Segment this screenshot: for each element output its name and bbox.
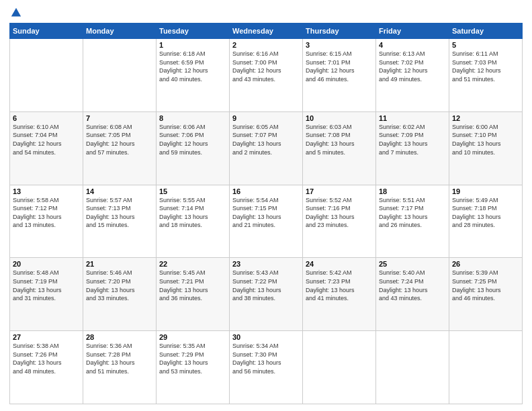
calendar-cell: 29Sunrise: 5:35 AMSunset: 7:29 PMDayligh…: [157, 331, 230, 404]
calendar-cell: 28Sunrise: 5:36 AMSunset: 7:28 PMDayligh…: [83, 331, 157, 404]
calendar-cell: 27Sunrise: 5:38 AMSunset: 7:26 PMDayligh…: [10, 331, 83, 404]
weekday-header: Saturday: [449, 24, 523, 39]
day-number: 8: [159, 114, 226, 122]
day-info: Sunrise: 5:36 AMSunset: 7:28 PMDaylight:…: [86, 342, 153, 375]
calendar-cell: 3Sunrise: 6:15 AMSunset: 7:01 PMDaylight…: [303, 39, 376, 112]
day-number: 15: [159, 187, 226, 195]
calendar-cell: 7Sunrise: 6:08 AMSunset: 7:05 PMDaylight…: [83, 111, 157, 185]
calendar-cell: 23Sunrise: 5:43 AMSunset: 7:22 PMDayligh…: [230, 258, 303, 331]
day-info: Sunrise: 6:18 AMSunset: 6:59 PMDaylight:…: [159, 50, 226, 83]
logo-icon: [10, 7, 22, 19]
weekday-header: Tuesday: [157, 24, 230, 39]
weekday-header: Friday: [376, 24, 449, 39]
weekday-header: Thursday: [303, 24, 376, 39]
day-number: 17: [306, 187, 373, 195]
day-number: 16: [232, 187, 300, 195]
day-number: 12: [452, 114, 519, 122]
logo-text: [9, 7, 22, 19]
calendar-cell: [10, 39, 83, 112]
day-number: 26: [452, 260, 519, 268]
day-info: Sunrise: 5:52 AMSunset: 7:16 PMDaylight:…: [306, 196, 373, 230]
day-number: 21: [86, 260, 153, 268]
week-row: 20Sunrise: 5:48 AMSunset: 7:19 PMDayligh…: [10, 258, 523, 331]
week-row: 1Sunrise: 6:18 AMSunset: 6:59 PMDaylight…: [10, 39, 523, 112]
day-info: Sunrise: 5:49 AMSunset: 7:18 PMDaylight:…: [452, 196, 519, 230]
day-number: 5: [452, 41, 519, 49]
day-info: Sunrise: 6:15 AMSunset: 7:01 PMDaylight:…: [306, 50, 373, 83]
calendar-cell: 24Sunrise: 5:42 AMSunset: 7:23 PMDayligh…: [303, 258, 376, 331]
day-number: 10: [306, 114, 373, 122]
calendar-cell: 12Sunrise: 6:00 AMSunset: 7:10 PMDayligh…: [449, 111, 523, 185]
calendar-cell: [303, 331, 376, 404]
day-info: Sunrise: 5:55 AMSunset: 7:14 PMDaylight:…: [159, 196, 226, 230]
day-info: Sunrise: 6:11 AMSunset: 7:03 PMDaylight:…: [452, 50, 519, 83]
logo: [9, 7, 22, 19]
week-row: 27Sunrise: 5:38 AMSunset: 7:26 PMDayligh…: [10, 331, 523, 404]
day-info: Sunrise: 6:06 AMSunset: 7:06 PMDaylight:…: [159, 123, 226, 156]
calendar-cell: 8Sunrise: 6:06 AMSunset: 7:06 PMDaylight…: [157, 111, 230, 185]
calendar-cell: 22Sunrise: 5:45 AMSunset: 7:21 PMDayligh…: [157, 258, 230, 331]
header: [9, 7, 523, 19]
day-number: 28: [86, 333, 153, 341]
calendar-cell: 13Sunrise: 5:58 AMSunset: 7:12 PMDayligh…: [10, 185, 83, 258]
day-info: Sunrise: 6:05 AMSunset: 7:07 PMDaylight:…: [232, 123, 300, 156]
day-info: Sunrise: 5:46 AMSunset: 7:20 PMDaylight:…: [86, 269, 153, 302]
calendar-cell: 20Sunrise: 5:48 AMSunset: 7:19 PMDayligh…: [10, 258, 83, 331]
calendar-cell: 30Sunrise: 5:34 AMSunset: 7:30 PMDayligh…: [230, 331, 303, 404]
day-info: Sunrise: 5:54 AMSunset: 7:15 PMDaylight:…: [232, 196, 300, 230]
calendar-cell: 11Sunrise: 6:02 AMSunset: 7:09 PMDayligh…: [376, 111, 449, 185]
calendar-cell: 19Sunrise: 5:49 AMSunset: 7:18 PMDayligh…: [449, 185, 523, 258]
weekday-header: Wednesday: [230, 24, 303, 39]
week-row: 6Sunrise: 6:10 AMSunset: 7:04 PMDaylight…: [10, 111, 523, 185]
day-number: 18: [379, 187, 446, 195]
day-info: Sunrise: 6:10 AMSunset: 7:04 PMDaylight:…: [13, 123, 80, 156]
calendar-body: 1Sunrise: 6:18 AMSunset: 6:59 PMDaylight…: [10, 39, 523, 404]
day-info: Sunrise: 6:16 AMSunset: 7:00 PMDaylight:…: [232, 50, 300, 83]
calendar-cell: 17Sunrise: 5:52 AMSunset: 7:16 PMDayligh…: [303, 185, 376, 258]
day-number: 22: [159, 260, 226, 268]
day-number: 1: [159, 41, 226, 49]
day-number: 25: [379, 260, 446, 268]
day-number: 6: [13, 114, 80, 122]
day-number: 9: [232, 114, 300, 122]
calendar-header: SundayMondayTuesdayWednesdayThursdayFrid…: [10, 24, 523, 39]
calendar-table: SundayMondayTuesdayWednesdayThursdayFrid…: [9, 23, 523, 404]
day-number: 29: [159, 333, 226, 341]
calendar-cell: 9Sunrise: 6:05 AMSunset: 7:07 PMDaylight…: [230, 111, 303, 185]
day-number: 7: [86, 114, 153, 122]
day-info: Sunrise: 5:35 AMSunset: 7:29 PMDaylight:…: [159, 342, 226, 375]
day-number: 23: [232, 260, 300, 268]
day-number: 3: [306, 41, 373, 49]
calendar-cell: [449, 331, 523, 404]
day-number: 27: [13, 333, 80, 341]
calendar-cell: 16Sunrise: 5:54 AMSunset: 7:15 PMDayligh…: [230, 185, 303, 258]
day-number: 11: [379, 114, 446, 122]
calendar-cell: 26Sunrise: 5:39 AMSunset: 7:25 PMDayligh…: [449, 258, 523, 331]
day-info: Sunrise: 6:00 AMSunset: 7:10 PMDaylight:…: [452, 123, 519, 156]
day-info: Sunrise: 5:58 AMSunset: 7:12 PMDaylight:…: [13, 196, 80, 230]
day-info: Sunrise: 6:08 AMSunset: 7:05 PMDaylight:…: [86, 123, 153, 156]
weekday-row: SundayMondayTuesdayWednesdayThursdayFrid…: [10, 24, 523, 39]
day-info: Sunrise: 5:40 AMSunset: 7:24 PMDaylight:…: [379, 269, 446, 302]
calendar-cell: 21Sunrise: 5:46 AMSunset: 7:20 PMDayligh…: [83, 258, 157, 331]
day-info: Sunrise: 6:13 AMSunset: 7:02 PMDaylight:…: [379, 50, 446, 83]
day-number: 20: [13, 260, 80, 268]
day-info: Sunrise: 6:03 AMSunset: 7:08 PMDaylight:…: [306, 123, 373, 156]
day-info: Sunrise: 6:02 AMSunset: 7:09 PMDaylight:…: [379, 123, 446, 156]
calendar-cell: 4Sunrise: 6:13 AMSunset: 7:02 PMDaylight…: [376, 39, 449, 112]
day-number: 24: [306, 260, 373, 268]
page: SundayMondayTuesdayWednesdayThursdayFrid…: [0, 0, 532, 411]
day-number: 4: [379, 41, 446, 49]
week-row: 13Sunrise: 5:58 AMSunset: 7:12 PMDayligh…: [10, 185, 523, 258]
calendar-cell: 15Sunrise: 5:55 AMSunset: 7:14 PMDayligh…: [157, 185, 230, 258]
weekday-header: Monday: [83, 24, 157, 39]
day-info: Sunrise: 5:42 AMSunset: 7:23 PMDaylight:…: [306, 269, 373, 302]
calendar-cell: 14Sunrise: 5:57 AMSunset: 7:13 PMDayligh…: [83, 185, 157, 258]
day-info: Sunrise: 5:51 AMSunset: 7:17 PMDaylight:…: [379, 196, 446, 230]
calendar-cell: 5Sunrise: 6:11 AMSunset: 7:03 PMDaylight…: [449, 39, 523, 112]
day-info: Sunrise: 5:38 AMSunset: 7:26 PMDaylight:…: [13, 342, 80, 375]
day-number: 14: [86, 187, 153, 195]
day-number: 30: [232, 333, 300, 341]
calendar-cell: 2Sunrise: 6:16 AMSunset: 7:00 PMDaylight…: [230, 39, 303, 112]
weekday-header: Sunday: [10, 24, 83, 39]
